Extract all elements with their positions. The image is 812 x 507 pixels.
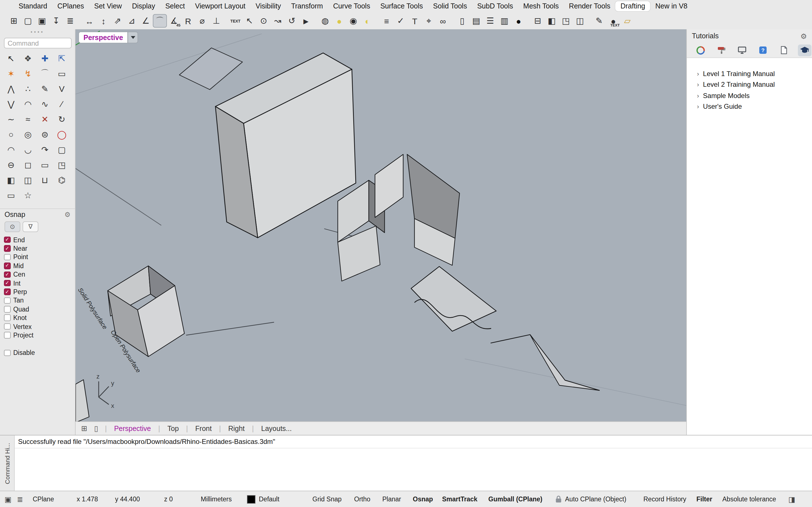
checkbox-quad[interactable] [4,306,10,313]
chevron-right-icon[interactable]: › [697,103,699,110]
osnap-option-cen[interactable]: ✓Cen [4,270,75,279]
menu-tab-set-view[interactable]: Set View [89,1,127,11]
menu-tab-curve-tools[interactable]: Curve Tools [328,1,375,11]
edit-text-icon[interactable]: T [408,14,422,27]
polygon-tool[interactable]: ⌬ [54,173,69,186]
ellipse-solid-tool[interactable]: ⊖ [4,158,18,171]
coordinate-y[interactable]: y 44.400 [115,491,140,507]
dim-horizontal-icon[interactable]: ↔ [82,14,96,27]
bullet-list-icon[interactable]: ☰ [483,14,497,27]
arc-tool[interactable]: ◠ [20,98,35,110]
lock-icon[interactable] [555,491,562,507]
ellipse-corner-tool[interactable]: ◻ [20,158,35,171]
viewport-canvas[interactable]: zyxSolid PolysurfaceOpen Polysurface [75,29,687,422]
history-list-icon[interactable]: ≣ [17,491,23,507]
select-tool[interactable]: ↖ [4,52,18,65]
record-history-toggle[interactable]: Record History [644,491,686,507]
curve-through-points-tool[interactable]: ∿ [38,98,52,110]
text-frame-icon[interactable]: ▯ [455,14,469,27]
auto-cplane[interactable]: Auto CPlane (Object) [565,491,626,507]
panel-toggle-icon[interactable]: ◨ [788,491,795,507]
zigzag-fill[interactable] [530,335,599,390]
hatch-solid-icon[interactable]: ● [332,14,346,27]
chevron-right-icon[interactable]: › [697,93,699,99]
checkbox-point[interactable] [4,254,10,260]
rectangle-tool[interactable]: ▭ [38,158,52,171]
plane-rectangle[interactable] [179,48,243,90]
open-folder-icon[interactable]: ▱ [620,14,635,27]
coordinate-z[interactable]: z 0 [164,491,173,507]
dim-arc-icon[interactable]: ⌒ [153,14,167,27]
wall-panel[interactable] [375,154,403,217]
tree-item-level-2-training-manual[interactable]: ›Level 2 Training Manual [687,79,812,90]
osnap-option-perp[interactable]: ✓Perp [4,288,75,296]
menu-tab-select[interactable]: Select [160,1,190,11]
circle-deformable-tool[interactable]: ◎ [20,128,35,141]
menu-tab-visibility[interactable]: Visibility [251,1,286,11]
box-tool[interactable]: ◧ [4,173,18,186]
gear-icon[interactable]: ⚙ [64,211,70,219]
menu-tab-transform[interactable]: Transform [286,1,328,11]
checkbox-end[interactable]: ✓ [4,237,10,243]
filter-toggle[interactable]: Filter [696,491,712,507]
curve-continue-tool[interactable]: ∼ [4,113,18,126]
trimmed-plane[interactable] [411,267,496,331]
drag-handle[interactable]: •••• [0,29,75,36]
curve-u-tool[interactable]: ⋁ [4,98,18,110]
menu-tab-display[interactable]: Display [127,1,160,11]
checkbox-int[interactable]: ✓ [4,280,10,286]
notes-tab-icon[interactable] [777,44,791,56]
hatch-icon[interactable]: ◍ [318,14,332,27]
dim-vertical-icon[interactable]: ↕ [96,14,110,27]
polyline-tool[interactable]: ⋀ [4,82,18,95]
command-history-tab[interactable]: Command Hi... [0,436,15,492]
hatch-base-icon[interactable]: ◐ [360,14,374,27]
table-icon[interactable]: ▤ [469,14,483,27]
osnap-option-knot[interactable]: Knot [4,314,75,322]
shaded-box-icon[interactable]: ◧ [545,14,559,27]
osnap-filter-tab[interactable]: ∇ [22,221,38,232]
arrowhead-icon[interactable]: ► [299,14,313,27]
checkbox-tan[interactable] [4,297,10,304]
hatch-pattern-icon[interactable]: ◉ [346,14,360,27]
osnap-option-end[interactable]: ✓End [4,235,75,244]
sketch-tool[interactable]: ✎ [38,82,52,95]
align-icon[interactable]: ≡ [379,14,394,27]
osnap-option-quad[interactable]: Quad [4,305,75,314]
units[interactable]: Millimeters [201,491,232,507]
viewport-layout-icon[interactable]: ⊞ [7,14,21,27]
menu-tab-solid-tools[interactable]: Solid Tools [428,1,472,11]
checkbox-cen[interactable]: ✓ [4,271,10,278]
edge-sliver[interactable] [75,380,89,422]
explode-tool[interactable]: ✶ [4,67,18,80]
menu-tab-viewport-layout[interactable]: Viewport Layout [190,1,251,11]
wire-box-icon[interactable]: ◳ [559,14,573,27]
checkbox-disable[interactable] [4,349,10,356]
fillet-tool[interactable]: ⌒ [38,67,52,80]
viewport-tab-right[interactable]: Right [221,425,252,432]
text-tool-icon[interactable]: TEXT [229,14,243,27]
rotate-tool[interactable]: ↻ [54,113,69,126]
points-off-tool[interactable]: ⇱ [54,52,69,65]
dim-angle-icon[interactable]: ∠ [139,14,153,27]
smarttrack-toggle[interactable]: SmartTrack [442,491,477,507]
rectangle-3pt-tool[interactable]: ◳ [54,158,69,171]
layer-color-swatch[interactable] [247,491,255,507]
checkbox-mid[interactable]: ✓ [4,263,10,269]
point-style-icon[interactable]: ● [511,14,525,27]
box-3pt-tool[interactable]: ◫ [20,173,35,186]
viewport-tab-perspective[interactable]: Perspective [107,425,158,432]
chevron-right-icon[interactable]: › [697,81,699,88]
checkbox-near[interactable]: ✓ [4,245,10,252]
chevron-right-icon[interactable]: › [697,70,699,77]
cplane-button[interactable]: CPlane [33,491,54,507]
osnap-option-vertex[interactable]: Vertex [4,322,75,331]
help-tab-icon[interactable]: ? [756,44,770,56]
ortho-toggle[interactable]: Ortho [354,491,370,507]
grid-snap-toggle[interactable]: Grid Snap [312,491,342,507]
materials-tab-icon[interactable] [714,44,728,56]
menu-tab-surface-tools[interactable]: Surface Tools [375,1,428,11]
dim-rotated-icon[interactable]: ⊿ [124,14,139,27]
arc-3pt-tool[interactable]: ◡ [20,143,35,156]
points-edit-tool[interactable]: ❖ [20,52,35,65]
